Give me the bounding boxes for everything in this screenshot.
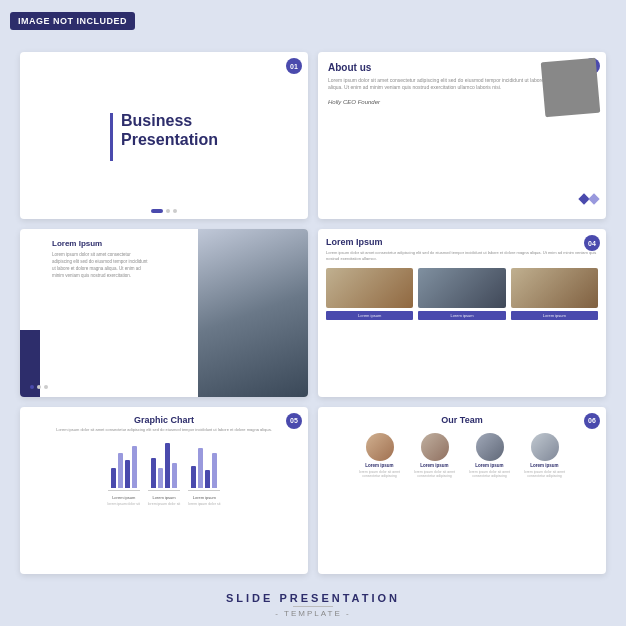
diamond-2 — [588, 194, 599, 205]
bar-group-2-label: Lorem ipsum — [152, 495, 175, 500]
slide-4-number: 04 — [584, 235, 600, 251]
bar-2-1 — [151, 458, 156, 488]
slide-3: 03 Lorem Ipsum Lorem ipsum dolor sit ame… — [20, 229, 308, 396]
bar-2-4 — [172, 463, 177, 488]
bar-2-2 — [158, 468, 163, 488]
slide-4-title: Lorem Ipsum — [326, 237, 598, 247]
slide-1: 01 Business Presentation — [20, 52, 308, 219]
team-member-3: Lorem ipsum lorem ipsum dolor sit amet c… — [465, 433, 515, 479]
member-1-desc: lorem ipsum dolor sit amet consectetur a… — [355, 470, 405, 479]
slide-4-thumb-1 — [326, 268, 413, 308]
footer-title: SLIDE PRESENTATION — [226, 592, 400, 604]
team-member-4: Lorem ipsum lorem ipsum dolor sit amet c… — [520, 433, 570, 479]
slide-1-title-block: Business Presentation — [110, 111, 218, 161]
avatar-2 — [421, 433, 449, 461]
slide-4-card-2: Lorem ipsum — [418, 268, 505, 320]
bar-group-2-sublabel: lorem ipsum dolor sit — [148, 502, 180, 506]
dot-2 — [37, 385, 41, 389]
slide-2-diamonds — [580, 195, 598, 203]
baseline-1 — [108, 490, 140, 491]
team-member-1: Lorem ipsum lorem ipsum dolor sit amet c… — [355, 433, 405, 479]
slide-3-dots — [30, 385, 48, 389]
slide-2-image — [541, 58, 601, 118]
team-member-2: Lorem ipsum lorem ipsum dolor sit amet c… — [410, 433, 460, 479]
image-not-included-badge: imaGe Not incLuded — [10, 12, 135, 30]
slide-3-body: Lorem ipsum dolor sit amet consectetur a… — [52, 252, 152, 279]
slide-4-label-2: Lorem ipsum — [418, 311, 505, 320]
slide-4-thumb-3 — [511, 268, 598, 308]
slides-grid: 01 Business Presentation 02 About us Lor… — [0, 0, 626, 584]
nav-dot-2 — [166, 209, 170, 213]
member-3-desc: lorem ipsum dolor sit amet consectetur a… — [465, 470, 515, 479]
slide-5: 05 Graphic Chart Lorem ipsum dolor sit a… — [20, 407, 308, 574]
footer-sub: - TEMPLATE - — [226, 609, 400, 618]
slide-4-card-3: Lorem ipsum — [511, 268, 598, 320]
member-2-desc: lorem ipsum dolor sit amet consectetur a… — [410, 470, 460, 479]
footer-divider — [293, 606, 333, 607]
slide-5-title: Graphic Chart — [28, 415, 300, 425]
bar-3-1 — [191, 466, 196, 488]
bar-3-4 — [212, 453, 217, 488]
bar-1-4 — [132, 446, 137, 488]
dot-3 — [44, 385, 48, 389]
bar-group-3-label: Lorem ipsum — [193, 495, 216, 500]
bar-1-2 — [118, 453, 123, 488]
slide-4-card-1: Lorem ipsum — [326, 268, 413, 320]
bar-1-3 — [125, 460, 130, 488]
slide-4-image-row: Lorem ipsum Lorem ipsum Lorem ipsum — [326, 268, 598, 320]
slide-4-label-3: Lorem ipsum — [511, 311, 598, 320]
member-1-name: Lorem ipsum — [365, 463, 393, 468]
slide-1-sub-title: Presentation — [121, 130, 218, 149]
bar-2-3 — [165, 443, 170, 488]
slide-6-number: 06 — [584, 413, 600, 429]
bar-group-3-sublabel: lorem ipsum dolor sit — [188, 502, 220, 506]
slide-3-title: Lorem Ipsum — [52, 239, 300, 248]
slide-6: 06 Our Team Lorem ipsum lorem ipsum dolo… — [318, 407, 606, 574]
bar-group-3: Lorem ipsum lorem ipsum dolor sit — [188, 438, 220, 506]
footer: SLIDE PRESENTATION - TEMPLATE - — [226, 584, 400, 626]
slide-5-desc: Lorem ipsum dolor sit amet consectetur a… — [28, 427, 300, 432]
nav-dot-3 — [173, 209, 177, 213]
member-4-desc: lorem ipsum dolor sit amet consectetur a… — [520, 470, 570, 479]
slide-4-desc: Lorem ipsum dolor sit amet consectetur a… — [326, 250, 598, 261]
member-3-name: Lorem ipsum — [475, 463, 503, 468]
slide-1-main-title: Business — [121, 111, 218, 130]
bar-group-1-sublabel: lorem ipsum dolor sit — [108, 502, 140, 506]
slide-5-number: 05 — [286, 413, 302, 429]
nav-dot-1 — [151, 209, 163, 213]
baseline-3 — [188, 490, 220, 491]
team-row: Lorem ipsum lorem ipsum dolor sit amet c… — [326, 433, 598, 479]
bar-group-1-label: Lorem ipsum — [112, 495, 135, 500]
avatar-4 — [531, 433, 559, 461]
bar-1-1 — [111, 468, 116, 488]
slide-1-text: Business Presentation — [121, 111, 218, 149]
bars-1 — [111, 438, 137, 488]
baseline-2 — [148, 490, 180, 491]
slide-1-nav — [151, 209, 177, 213]
bar-3-3 — [205, 470, 210, 488]
slide-2: 02 About us Lorem ipsum dolor sit amet c… — [318, 52, 606, 219]
member-4-name: Lorem ipsum — [530, 463, 558, 468]
slide-6-title: Our Team — [326, 415, 598, 425]
bars-3 — [191, 438, 217, 488]
avatar-3 — [476, 433, 504, 461]
avatar-1 — [366, 433, 394, 461]
member-2-name: Lorem ipsum — [420, 463, 448, 468]
slide-1-accent-bar — [110, 113, 113, 161]
dot-1 — [30, 385, 34, 389]
slide-4: 04 Lorem Ipsum Lorem ipsum dolor sit ame… — [318, 229, 606, 396]
slide-4-thumb-2 — [418, 268, 505, 308]
bars-2 — [151, 438, 177, 488]
slide-4-label-1: Lorem ipsum — [326, 311, 413, 320]
bar-group-2: Lorem ipsum lorem ipsum dolor sit — [148, 438, 180, 506]
bar-3-2 — [198, 448, 203, 488]
bar-group-1: Lorem ipsum lorem ipsum dolor sit — [108, 438, 140, 506]
chart-area: Lorem ipsum lorem ipsum dolor sit Lorem … — [28, 438, 300, 506]
slide-1-number: 01 — [286, 58, 302, 74]
